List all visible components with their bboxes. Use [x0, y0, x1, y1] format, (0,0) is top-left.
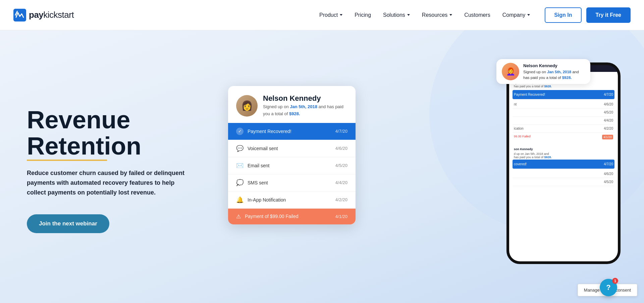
bell-icon: 🔔 — [236, 196, 244, 204]
row-date-sms: 4/4/20 — [335, 180, 347, 185]
bubble-icon: 💬 — [236, 145, 244, 152]
phone-content: Nelson Kennedy up on Jan 5th, 2018 andha… — [509, 72, 618, 264]
row-date-email: 4/5/20 — [335, 163, 347, 168]
profile-chip: 👩‍🦰 Nelson Kennedy Signed up on Jan 5th,… — [496, 59, 590, 84]
nav-links: Product Pricing Solutions Resources Cust… — [315, 9, 535, 21]
nav-item-pricing[interactable]: Pricing — [350, 9, 376, 21]
chat-widget[interactable]: ? 1 — [600, 279, 617, 296]
row-date-notification: 4/2/20 — [335, 197, 347, 202]
card-row-voicemail: 💬 Voicemail sent 4/6/20 — [228, 140, 356, 157]
profile-chip-text: Nelson Kennedy Signed up on Jan 5th, 201… — [523, 62, 579, 81]
card-row-sms: 💭 SMS sent 4/4/20 — [228, 174, 356, 191]
card-body: ✓ Payment Recovered! 4/7/20 💬 Voicemail … — [228, 123, 356, 224]
card-row-email: ✉️ Email sent 4/5/20 — [228, 157, 356, 174]
row-label-email: Email sent — [248, 163, 269, 168]
check-icon: ✓ — [236, 128, 244, 135]
mail-icon: ✉️ — [236, 162, 244, 169]
nav-item-company[interactable]: Company — [498, 9, 535, 21]
nav-item-solutions[interactable]: Solutions — [378, 9, 415, 21]
main-card: 👩 Nelson Kennedy Signed up on Jan 5th, 2… — [228, 86, 356, 224]
card-name: Nelson Kennedy — [263, 94, 347, 103]
hero-subtext: Reduce customer churn caused by failed o… — [27, 168, 195, 197]
try-free-button[interactable]: Try it Free — [586, 7, 631, 23]
hero-heading: Revenue Retention — [27, 107, 221, 159]
row-label-voicemail: Voicemail sent — [248, 146, 278, 151]
card-info: Nelson Kennedy Signed up on Jan 5th, 201… — [263, 94, 347, 118]
nav-item-resources[interactable]: Resources — [417, 9, 457, 21]
row-label-sms: SMS sent — [248, 180, 268, 185]
hero-left: Revenue Retention Reduce customer churn … — [27, 107, 221, 233]
navbar: paykickstart Product Pricing Solutions R… — [0, 0, 644, 30]
row-date-failed: 4/1/20 — [335, 214, 347, 219]
phone-mockup: Nelson Kennedy up on Jan 5th, 2018 andha… — [506, 62, 621, 264]
logo-icon — [13, 9, 26, 21]
row-label-recovered: Payment Recovered! — [248, 129, 291, 134]
chevron-down-icon — [527, 14, 530, 16]
nav-item-customers[interactable]: Customers — [460, 9, 495, 21]
sms-icon: 💭 — [236, 179, 244, 186]
card-row-recovered: ✓ Payment Recovered! 4/7/20 — [228, 123, 356, 140]
row-label-failed: Payment of $99.00 Failed — [245, 214, 299, 219]
logo-link[interactable]: paykickstart — [13, 9, 74, 21]
card-subtitle: Signed up on Jan 5th, 2018 and has paid … — [263, 103, 347, 118]
row-date-voicemail: 4/6/20 — [335, 146, 347, 151]
logo-text: paykickstart — [29, 10, 74, 20]
signin-button[interactable]: Sign In — [545, 7, 581, 23]
chat-badge: 1 — [612, 278, 618, 284]
hero-section: Revenue Retention Reduce customer churn … — [0, 30, 644, 303]
card-row-notification: 🔔 In-App Notification 4/2/20 — [228, 191, 356, 208]
row-date-recovered: 4/7/20 — [335, 129, 347, 134]
card-row-failed: ⚠ Payment of $99.00 Failed 4/1/20 — [228, 208, 356, 224]
hero-right: 👩‍🦰 Nelson Kennedy Signed up on Jan 5th,… — [221, 52, 617, 288]
chevron-down-icon — [340, 14, 342, 16]
webinar-button[interactable]: Join the next webinar — [27, 214, 109, 233]
nav-actions: Sign In Try it Free — [545, 7, 631, 23]
profile-chip-avatar: 👩‍🦰 — [502, 63, 519, 80]
nav-item-product[interactable]: Product — [315, 9, 347, 21]
row-label-notification: In-App Notification — [248, 197, 286, 203]
card-header: 👩 Nelson Kennedy Signed up on Jan 5th, 2… — [228, 86, 356, 123]
chevron-down-icon — [449, 14, 452, 16]
chevron-down-icon — [407, 14, 410, 16]
warn-icon: ⚠ — [236, 213, 241, 220]
card-avatar: 👩 — [236, 95, 258, 117]
